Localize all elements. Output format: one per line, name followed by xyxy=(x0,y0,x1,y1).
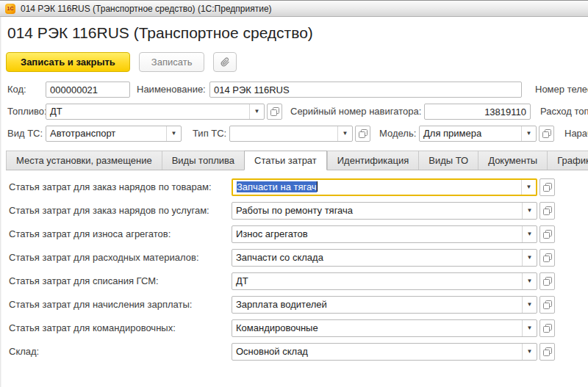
form-row-combo[interactable]: Запчасти со склада▼ xyxy=(232,249,537,267)
form-row-open-button[interactable] xyxy=(539,202,555,220)
vehicle-kind-combo[interactable]: Автотранспорт ▼ xyxy=(46,126,182,142)
open-list-icon xyxy=(270,106,280,117)
open-list-icon xyxy=(542,276,553,286)
form-row-label: Статья затрат для износа агрегатов: xyxy=(9,225,171,243)
form-row-label: Статья затрат для расходных материалов: xyxy=(9,249,199,267)
form-row-open-button[interactable] xyxy=(539,296,555,314)
selected-text: Запчасти на тягач xyxy=(237,181,317,192)
save-and-close-button[interactable]: Записать и закрыть xyxy=(6,52,130,72)
window-titlebar[interactable]: 1С 014 РЭК 116RUS (Транспортное средство… xyxy=(0,0,588,17)
tab-3[interactable]: Статьи затрат xyxy=(244,151,327,170)
form-row-label: Статья затрат для командировочных: xyxy=(9,319,176,337)
open-list-icon xyxy=(542,229,553,239)
form-row-value[interactable]: Запчасти на тягач xyxy=(233,180,521,195)
form-row-combo[interactable]: Работы по ремонту тягача▼ xyxy=(232,202,537,220)
fuel-combo[interactable]: ДТ ▼ xyxy=(46,104,265,120)
form-row-value[interactable]: Запчасти со склада xyxy=(232,250,522,266)
form-row-label: Статья затрат для начисления зарплаты: xyxy=(9,296,192,314)
tab-1[interactable]: Места установки, размещение xyxy=(6,151,162,170)
form-row-open-button[interactable] xyxy=(539,343,555,361)
chevron-down-icon[interactable]: ▼ xyxy=(522,273,537,289)
form-row-combo[interactable]: Износ агрегатов▼ xyxy=(232,225,537,243)
open-list-icon xyxy=(542,206,553,216)
form-row-combo[interactable]: Зарплата водителей▼ xyxy=(232,296,537,314)
tab-6[interactable]: Документы xyxy=(478,151,547,170)
form-row-open-button[interactable] xyxy=(539,178,555,196)
model-value[interactable]: Для примера xyxy=(420,126,521,141)
chevron-down-icon[interactable]: ▼ xyxy=(522,250,537,266)
form-row: Статья затрат для списания ГСМ:ДТ▼ xyxy=(0,272,588,290)
chevron-down-icon[interactable]: ▼ xyxy=(522,297,537,313)
paperclip-icon xyxy=(219,57,231,68)
form-row-combo[interactable]: Командировочные▼ xyxy=(232,319,537,337)
chevron-down-icon[interactable]: ▼ xyxy=(522,320,537,336)
vehicle-kind-value[interactable]: Автотранспорт xyxy=(46,126,166,141)
form-row-label: Статья затрат для заказ нарядов по услуг… xyxy=(9,202,209,220)
phone-label: Номер телефона xyxy=(535,82,588,98)
navigator-serial-label: Серийный номер навигатора: xyxy=(290,104,421,120)
form-row: Склад:Основной склад▼ xyxy=(0,343,588,361)
chevron-down-icon[interactable]: ▼ xyxy=(521,126,536,141)
form-row-open-button[interactable] xyxy=(539,249,555,267)
form-row-combo[interactable]: Запчасти на тягач▼ xyxy=(232,178,537,196)
form-row: Статья затрат для начисления зарплаты:За… xyxy=(0,296,588,314)
chevron-down-icon[interactable]: ▼ xyxy=(521,180,536,195)
form-row-open-button[interactable] xyxy=(539,225,555,243)
attachments-button[interactable] xyxy=(213,52,237,72)
tab-2[interactable]: Виды топлива xyxy=(162,151,244,170)
model-label: Модель: xyxy=(379,126,416,142)
open-list-icon xyxy=(542,182,553,192)
vehicle-kind-label: Вид ТС: xyxy=(7,126,43,142)
form-row-combo[interactable]: ДТ▼ xyxy=(232,272,537,290)
chevron-down-icon[interactable]: ▼ xyxy=(522,226,537,242)
form-row-value[interactable]: Зарплата водителей xyxy=(232,297,522,313)
tab-4[interactable]: Идентификация xyxy=(327,151,418,170)
model-combo[interactable]: Для примера ▼ xyxy=(419,126,537,142)
code-label: Код: xyxy=(7,82,26,98)
form-row-open-button[interactable] xyxy=(539,272,555,290)
form-row-value[interactable]: ДТ xyxy=(232,273,522,289)
vehicle-type-combo[interactable]: ▼ xyxy=(229,126,353,142)
open-list-icon xyxy=(358,129,368,139)
chevron-down-icon[interactable]: ▼ xyxy=(522,344,537,360)
fuel-value[interactable]: ДТ xyxy=(46,104,249,119)
form-row-value[interactable]: Работы по ремонту тягача xyxy=(232,203,522,219)
form-row-open-button[interactable] xyxy=(539,319,555,337)
form-row: Статья затрат для командировочных:Команд… xyxy=(0,319,588,337)
form-row-value[interactable]: Износ агрегатов xyxy=(232,226,522,242)
fuel-label: Топливо: xyxy=(7,104,47,120)
chevron-down-icon[interactable]: ▼ xyxy=(337,126,352,141)
form-row: Статья затрат для расходных материалов:З… xyxy=(0,249,588,267)
navigator-serial-input[interactable] xyxy=(424,104,531,120)
tab-bar: Места установки, размещениеВиды топливаС… xyxy=(6,151,588,170)
tab-content-cost-items: Статья затрат для заказ нарядов по товар… xyxy=(0,176,588,366)
form-row-combo[interactable]: Основной склад▼ xyxy=(232,343,537,361)
open-list-icon xyxy=(542,129,552,139)
chevron-down-icon[interactable]: ▼ xyxy=(522,203,537,219)
fuel-open-button[interactable] xyxy=(267,104,282,120)
tab-5[interactable]: Виды ТО xyxy=(418,151,478,170)
vehicle-type-value[interactable] xyxy=(230,126,337,141)
form-row-label: Статья затрат для списания ГСМ: xyxy=(9,272,159,290)
name-input[interactable] xyxy=(209,82,522,98)
form-row-label: Статья затрат для заказ нарядов по товар… xyxy=(9,178,212,196)
code-input[interactable] xyxy=(46,82,130,98)
model-open-button[interactable] xyxy=(539,126,554,142)
chevron-down-icon[interactable]: ▼ xyxy=(166,126,181,141)
toolbar: Записать и закрыть Записать xyxy=(6,52,237,72)
fuel-consumption-label: Расход топлива xyxy=(540,104,588,120)
form-row-label: Склад: xyxy=(9,343,39,361)
tab-7[interactable]: График лизинговых платежей xyxy=(547,151,588,170)
open-list-icon xyxy=(542,323,553,333)
open-list-icon xyxy=(542,300,553,310)
form-row-value[interactable]: Основной склад xyxy=(232,344,522,360)
save-button[interactable]: Записать xyxy=(139,52,205,72)
document-form: 014 РЭК 116RUS (Транспортное средство) З… xyxy=(0,17,588,387)
window-title: 014 РЭК 116RUS (Транспортное средство) (… xyxy=(21,4,272,14)
form-row: Статья затрат для заказ нарядов по услуг… xyxy=(0,202,588,220)
open-list-icon xyxy=(542,347,553,357)
vehicle-type-open-button[interactable] xyxy=(355,126,370,142)
chevron-down-icon[interactable]: ▼ xyxy=(249,104,264,119)
form-row-value[interactable]: Командировочные xyxy=(232,320,522,336)
form-row: Статья затрат для заказ нарядов по товар… xyxy=(0,178,588,196)
